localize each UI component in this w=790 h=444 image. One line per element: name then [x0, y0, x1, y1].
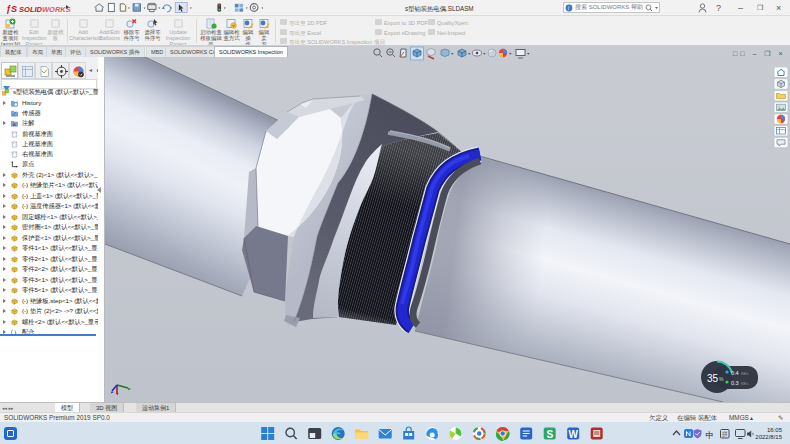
svg-text:KB/s: KB/s: [741, 382, 749, 386]
svg-text:拼: 拼: [722, 431, 728, 437]
svg-text:35: 35: [707, 373, 719, 384]
svg-text:中: 中: [706, 430, 715, 440]
svg-text:%: %: [719, 376, 724, 382]
svg-text:0.4: 0.4: [731, 370, 739, 376]
svg-text:KB/s: KB/s: [741, 372, 749, 376]
svg-text:S: S: [546, 429, 553, 440]
svg-text:W: W: [569, 429, 579, 440]
svg-text:0.3: 0.3: [731, 380, 739, 386]
